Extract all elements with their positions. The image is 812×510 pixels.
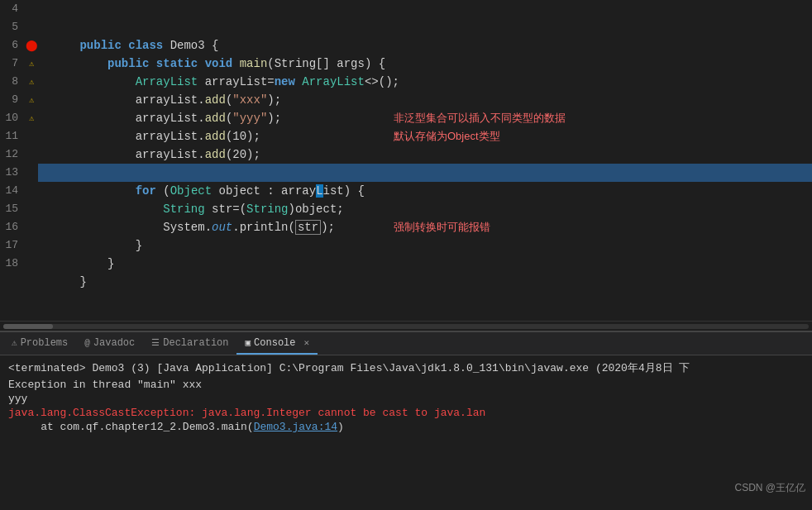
tab-javadoc-label: Javadoc — [93, 337, 135, 349]
code-lines-col: public class Demo3 { public static void … — [38, 0, 812, 321]
code-line-14: String str=(String)object; — [38, 182, 812, 200]
code-line-15: System.out.println(str); — [38, 200, 812, 218]
line-gutter-13: 13 — [0, 164, 38, 182]
line-gutter-4: 4 — [0, 0, 38, 18]
line-gutter-17: 17 — [0, 236, 38, 255]
line-gutter-10: 10 ⚠ — [0, 109, 38, 127]
line-gutter-9: 9 ⚠ — [0, 91, 38, 109]
console-at-line: at com.qf.chapter12_2.Demo3.main(Demo3.j… — [8, 421, 804, 433]
code-line-17: } — [38, 236, 812, 255]
console-error-line: java.lang.ClassCastException: java.lang.… — [8, 407, 804, 419]
line-gutter-16: 16 — [0, 218, 38, 236]
gutter-col: 4 5 6 ⬤ 7 ⚠ 8 ⚠ 9 ⚠ 10 ⚠ — [0, 0, 38, 321]
tab-console[interactable]: ▣ Console ✕ — [236, 332, 318, 355]
editor-area: 4 5 6 ⬤ 7 ⚠ 8 ⚠ 9 ⚠ 10 ⚠ — [0, 0, 812, 321]
tab-declaration-label: Declaration — [163, 337, 228, 349]
code-line-6: public static void main(String[] args) { — [38, 36, 812, 55]
annotation-castexception: 强制转换时可能报错 — [394, 218, 490, 236]
close-icon[interactable]: ✕ — [304, 337, 310, 348]
line-gutter-11: 11 — [0, 127, 38, 145]
code-line-4 — [38, 0, 812, 18]
tab-problems[interactable]: ⚠ Problems — [3, 332, 76, 355]
annotation-defaultobject: 默认存储为Object类型 — [394, 127, 500, 145]
code-line-12 — [38, 145, 812, 164]
declaration-icon: ☰ — [151, 337, 160, 348]
code-line-10: arrayList.add(10); 非泛型集合可以插入不同类型的数据 — [38, 109, 812, 127]
console-output-line-1: Exception in thread "main" xxx — [8, 379, 804, 391]
watermark: CSDN @王亿亿 — [734, 481, 805, 495]
problems-icon: ⚠ — [12, 337, 17, 348]
code-line-16: } 强制转换时可能报错 — [38, 218, 812, 236]
tab-console-label: Console — [254, 337, 295, 349]
tab-declaration[interactable]: ☰ Declaration — [143, 332, 236, 355]
console-link[interactable]: Demo3.java:14 — [254, 421, 337, 433]
console-output-line-2: yyy — [8, 393, 804, 405]
code-line-13: for (Object object : arrayList) { — [38, 164, 812, 182]
line-gutter-18: 18 — [0, 255, 38, 273]
line-gutter-7: 7 ⚠ — [0, 55, 38, 73]
horizontal-scrollbar[interactable] — [0, 321, 812, 331]
line-gutter-12: 12 — [0, 145, 38, 164]
code-line-11: arrayList.add(20); 默认存储为Object类型 — [38, 127, 812, 145]
line-gutter-8: 8 ⚠ — [0, 73, 38, 91]
code-line-18: } — [38, 255, 812, 273]
code-line-9: arrayList.add("yyy"); — [38, 91, 812, 109]
annotation-nongeneric: 非泛型集合可以插入不同类型的数据 — [394, 109, 566, 127]
tab-problems-label: Problems — [21, 337, 69, 349]
panel-tabs-bar: ⚠ Problems @ Javadoc ☰ Declaration ▣ Con… — [0, 332, 812, 355]
console-icon: ▣ — [245, 337, 251, 348]
javadoc-icon: @ — [84, 338, 90, 348]
code-line-5: public class Demo3 { — [38, 18, 812, 36]
tab-javadoc[interactable]: @ Javadoc — [76, 332, 143, 355]
code-line-7: ArrayList arrayList=new ArrayList<>(); — [38, 55, 812, 73]
bottom-panel: ⚠ Problems @ Javadoc ☰ Declaration ▣ Con… — [0, 331, 812, 500]
line-gutter-6: 6 ⬤ — [0, 36, 38, 55]
code-line-8: arrayList.add("xxx"); — [38, 73, 812, 91]
line-gutter-15: 15 — [0, 200, 38, 218]
console-terminated-line: <terminated> Demo3 (3) [Java Application… — [8, 360, 804, 375]
line-gutter-14: 14 — [0, 182, 38, 200]
console-content: <terminated> Demo3 (3) [Java Application… — [0, 355, 812, 500]
line-gutter-5: 5 — [0, 18, 38, 36]
